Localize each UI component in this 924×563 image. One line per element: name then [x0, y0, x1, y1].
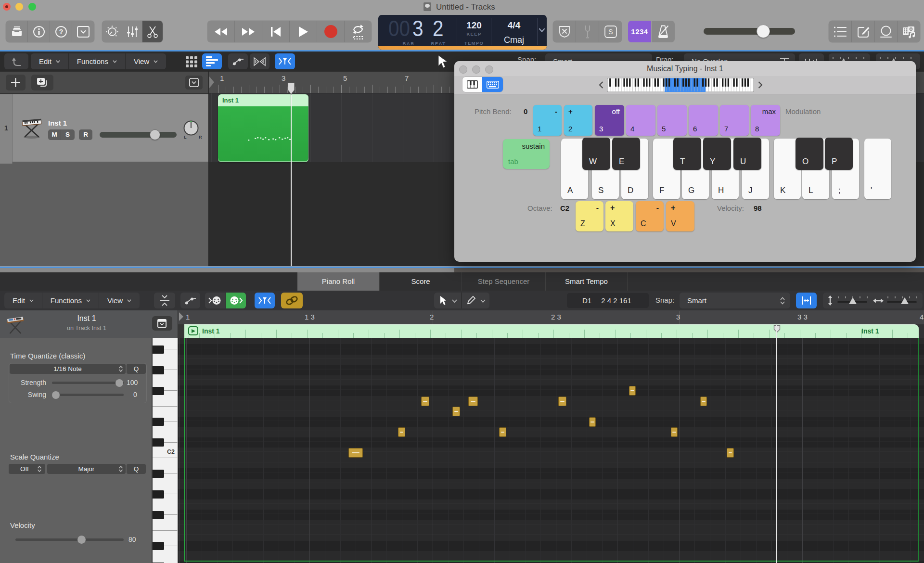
- svg-text:L: L: [184, 135, 187, 140]
- svg-text:S: S: [608, 28, 613, 36]
- svg-text:?: ?: [59, 28, 63, 36]
- svg-text:R: R: [199, 135, 202, 140]
